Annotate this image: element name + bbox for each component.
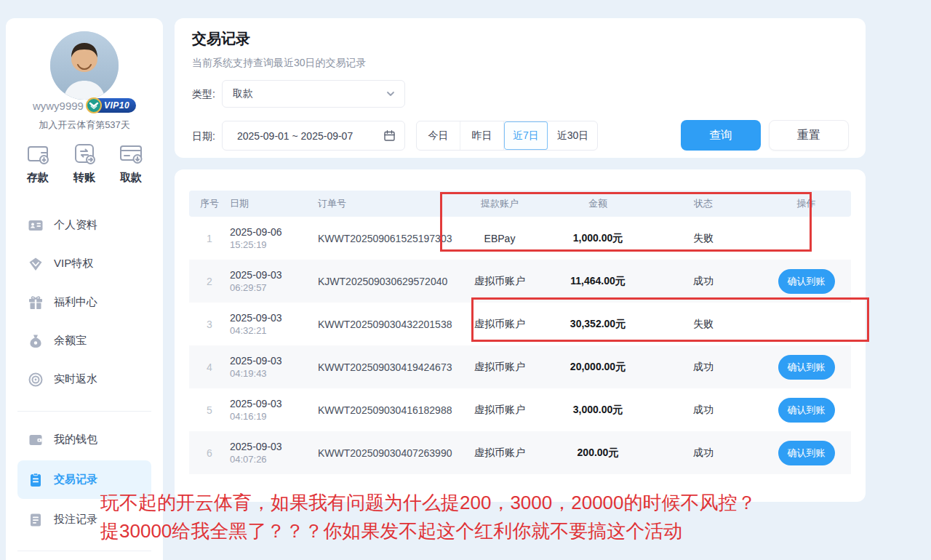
sidebar-item-bet-records[interactable]: 投注记录 [17,500,151,539]
table-row: 3 2025-09-03 04:32:21 KWWT20250903043220… [189,303,851,345]
sidebar-item-wallet[interactable]: 我的钱包 [17,420,151,459]
rebate-coin-icon [28,372,44,388]
quick-action-deposit[interactable]: 存款 [25,140,51,185]
row-datetime: 2025-09-03 04:32:21 [230,312,318,336]
confirm-arrival-button[interactable]: 确认到账 [778,398,835,423]
sidebar-item-welfare[interactable]: 福利中心 [17,283,151,321]
table-row: 6 2025-09-03 04:07:26 KWWT20250903040726… [189,431,851,474]
col-order: 订单号 [318,197,449,210]
confirm-arrival-button[interactable]: 确认到账 [778,355,835,380]
sidebar-item-profile[interactable]: 个人资料 [17,206,151,244]
row-time: 15:25:19 [230,239,318,250]
date-range-value: 2025-09-01 ~ 2025-09-07 [237,130,353,142]
range-today[interactable]: 今日 [417,121,460,150]
sidebar-item-label: 余额宝 [54,334,87,348]
quick-actions: 存款 转账 取款 [6,140,163,185]
table-body: 1 2025-09-06 15:25:19 KWWT20250906152519… [189,217,851,474]
row-date: 2025-09-03 [230,355,318,367]
row-time: 04:32:21 [230,325,318,336]
col-amount: 金额 [551,197,645,210]
sidebar-item-label: 福利中心 [54,295,97,309]
row-status: 成功 [645,404,762,417]
vip-badge: VIP10 [88,98,136,113]
sidebar-item-label: 个人资料 [54,218,97,232]
type-label: 类型: [192,88,215,101]
row-withdraw-account: 虚拟币账户 [449,361,551,374]
row-status: 成功 [645,361,762,374]
complaint-line-2: 提30000给我全黑了？？？你如果发不起这个红利你就不要搞这个活动 [100,517,756,545]
search-button[interactable]: 查询 [681,120,761,151]
quick-action-withdraw[interactable]: 取款 [118,140,144,185]
row-withdraw-account: 虚拟币账户 [449,318,551,331]
id-card-icon [28,217,44,233]
row-datetime: 2025-09-03 04:19:43 [230,355,318,379]
sidebar-divider [17,551,151,551]
row-index: 5 [189,404,230,416]
row-time: 04:19:43 [230,368,318,379]
quick-action-label: 转账 [73,171,95,185]
col-account: 提款账户 [449,197,551,210]
row-withdraw-account: 虚拟币账户 [449,447,551,460]
row-datetime: 2025-09-03 04:07:26 [230,441,318,465]
table-header: 序号 日期 订单号 提款账户 金额 状态 操作 [189,191,851,217]
confirm-arrival-button[interactable]: 确认到账 [778,269,835,294]
sidebar-menu-records: 我的钱包 交易记录 投注记录 [17,420,151,539]
quick-action-transfer[interactable]: 转账 [71,140,97,185]
row-time: 04:07:26 [230,454,318,465]
row-datetime: 2025-09-03 04:16:19 [230,398,318,422]
sidebar-item-vip[interactable]: VIP特权 [17,244,151,283]
sidebar-item-transaction-records[interactable]: 交易记录 [17,460,151,499]
row-status: 成功 [645,447,762,460]
type-select[interactable]: 取款 [222,80,405,108]
sidebar-item-label: 交易记录 [54,473,97,487]
sidebar-item-label: 投注记录 [54,513,97,527]
bet-record-icon [28,512,44,528]
range-last30days[interactable]: 近30日 [548,121,598,150]
row-withdraw-account: 虚拟币账户 [449,275,551,288]
row-index: 1 [189,233,230,244]
row-date: 2025-09-06 [230,226,318,238]
row-date: 2025-09-03 [230,441,318,452]
filter-card: 交易记录 当前系统支持查询最近30日的交易记录 类型: 取款 日期: 2025-… [175,18,866,158]
row-status: 失败 [645,318,762,331]
withdraw-card-icon [118,140,144,167]
chevron-down-icon [385,89,396,99]
sidebar-item-rebate[interactable]: 实时返水 [17,360,151,399]
range-last7days[interactable]: 近7日 [504,121,548,150]
row-withdraw-account: 虚拟币账户 [449,404,551,417]
col-date: 日期 [230,197,318,210]
wallet-icon [28,432,44,448]
row-date: 2025-09-03 [230,398,318,409]
sidebar-divider [17,411,151,412]
avatar[interactable] [50,31,119,100]
row-order-number: KJWT202509030629572040 [318,276,449,287]
join-days-text: 加入开云体育第537天 [6,119,163,132]
row-amount: 11,464.00元 [551,275,645,288]
row-amount: 30,352.00元 [551,318,645,331]
reset-button[interactable]: 重置 [769,120,849,151]
row-date: 2025-09-03 [230,269,318,281]
row-status: 失败 [645,232,762,245]
vip-shield-icon [85,97,103,114]
row-date: 2025-09-03 [230,312,318,324]
type-select-value: 取款 [233,87,253,100]
col-status: 状态 [645,197,762,210]
row-order-number: KWWT202509030416182988 [318,404,449,416]
table-row: 4 2025-09-03 04:19:43 KWWT20250903041942… [189,345,851,388]
table-card: 序号 日期 订单号 提款账户 金额 状态 操作 1 2025-09-06 15:… [175,169,866,502]
vip-gem-icon [28,256,44,272]
sidebar-item-yuebao[interactable]: 余额宝 [17,321,151,360]
row-index: 6 [189,447,230,459]
confirm-arrival-button[interactable]: 确认到账 [778,441,835,465]
range-yesterday[interactable]: 昨日 [460,121,504,150]
calendar-icon [383,129,396,142]
date-label: 日期: [192,130,215,143]
row-amount: 20,000.00元 [551,361,645,374]
sidebar: wywy9999 VIP10 加入开云体育第537天 [6,18,163,560]
date-range-input[interactable]: 2025-09-01 ~ 2025-09-07 [222,121,405,151]
row-index: 4 [189,361,230,373]
vip-level: VIP10 [104,100,129,111]
table-row: 5 2025-09-03 04:16:19 KWWT20250903041618… [189,388,851,431]
transaction-record-icon [28,472,44,488]
sidebar-item-label: VIP特权 [54,257,93,271]
